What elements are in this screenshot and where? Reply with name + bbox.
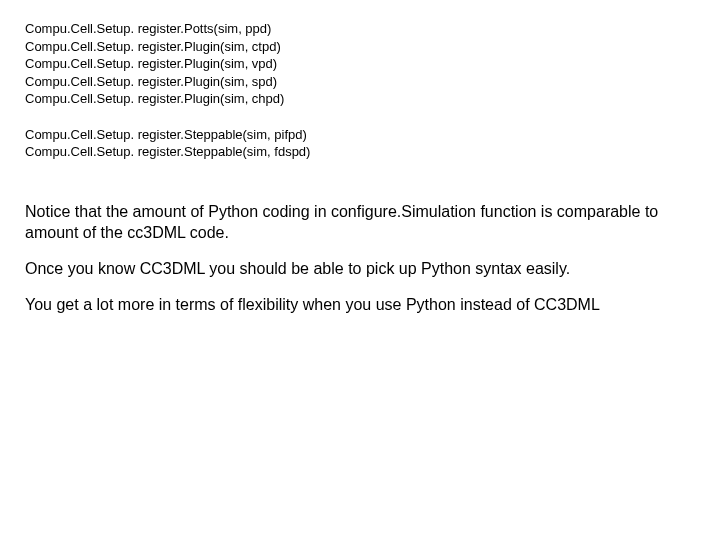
code-line: Compu.Cell.Setup. register.Steppable(sim… <box>25 126 695 144</box>
paragraph: Notice that the amount of Python coding … <box>25 201 695 244</box>
code-line: Compu.Cell.Setup. register.Plugin(sim, c… <box>25 38 695 56</box>
paragraph: You get a lot more in terms of flexibili… <box>25 294 695 316</box>
code-line: Compu.Cell.Setup. register.Plugin(sim, s… <box>25 73 695 91</box>
code-line: Compu.Cell.Setup. register.Potts(sim, pp… <box>25 20 695 38</box>
code-line: Compu.Cell.Setup. register.Plugin(sim, c… <box>25 90 695 108</box>
code-line: Compu.Cell.Setup. register.Steppable(sim… <box>25 143 695 161</box>
paragraph: Once you know CC3DML you should be able … <box>25 258 695 280</box>
paragraph-section: Notice that the amount of Python coding … <box>25 201 695 315</box>
code-line: Compu.Cell.Setup. register.Plugin(sim, v… <box>25 55 695 73</box>
code-block-1: Compu.Cell.Setup. register.Potts(sim, pp… <box>25 20 695 108</box>
code-block-2: Compu.Cell.Setup. register.Steppable(sim… <box>25 126 695 161</box>
